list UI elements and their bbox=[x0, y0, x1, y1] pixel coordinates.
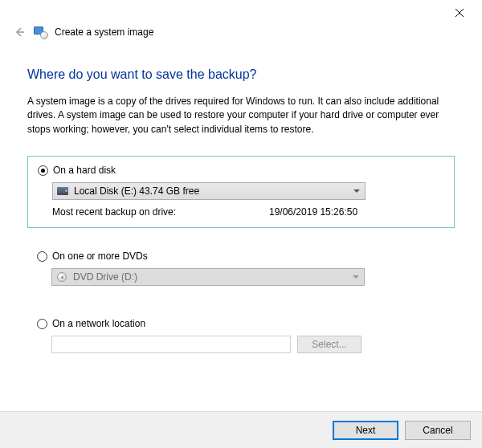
hdd-icon bbox=[56, 186, 69, 196]
dvd-selected: DVD Drive (D:) bbox=[73, 271, 137, 283]
radio-row-network[interactable]: On a network location bbox=[37, 318, 445, 329]
window-title: Create a system image bbox=[55, 26, 153, 38]
page-heading: Where do you want to save the backup? bbox=[27, 67, 455, 82]
recent-backup-value: 19/06/2019 15:26:50 bbox=[269, 206, 357, 218]
radio-network[interactable] bbox=[37, 319, 47, 329]
radio-row-dvd[interactable]: On one or more DVDs bbox=[37, 250, 445, 262]
header-row: Create a system image bbox=[0, 24, 482, 45]
dvd-dropdown: DVD Drive (D:) bbox=[51, 268, 365, 286]
network-path-input bbox=[51, 336, 291, 353]
option-hard-disk: On a hard disk Local Disk (E:) 43.74 GB … bbox=[27, 156, 455, 228]
content-area: Where do you want to save the backup? A … bbox=[0, 45, 482, 363]
radio-label-network: On a network location bbox=[52, 318, 145, 329]
system-image-icon bbox=[34, 25, 48, 39]
cancel-button[interactable]: Cancel bbox=[405, 421, 471, 440]
radio-row-hard-disk[interactable]: On a hard disk bbox=[38, 165, 444, 176]
network-row: Select... bbox=[51, 336, 445, 353]
footer: Next Cancel bbox=[0, 411, 482, 448]
next-button[interactable]: Next bbox=[333, 421, 398, 440]
close-icon bbox=[455, 9, 464, 17]
hard-disk-selected: Local Disk (E:) 43.74 GB free bbox=[74, 185, 199, 197]
radio-label-dvd: On one or more DVDs bbox=[52, 250, 148, 262]
titlebar bbox=[0, 0, 482, 24]
close-button[interactable] bbox=[443, 3, 476, 22]
dvd-icon bbox=[55, 272, 68, 282]
recent-backup-row: Most recent backup on drive: 19/06/2019 … bbox=[52, 206, 444, 218]
back-arrow-icon bbox=[13, 26, 26, 39]
chevron-down-icon bbox=[353, 189, 360, 193]
radio-hard-disk[interactable] bbox=[38, 165, 48, 176]
back-button[interactable] bbox=[11, 24, 27, 40]
hard-disk-dropdown[interactable]: Local Disk (E:) 43.74 GB free bbox=[52, 182, 366, 200]
option-network: On a network location Select... bbox=[27, 310, 455, 363]
recent-backup-label: Most recent backup on drive: bbox=[52, 206, 269, 218]
option-dvd: On one or more DVDs DVD Drive (D:) bbox=[27, 242, 455, 295]
radio-label-hard-disk: On a hard disk bbox=[53, 165, 116, 176]
radio-dvd[interactable] bbox=[37, 251, 47, 262]
page-description: A system image is a copy of the drives r… bbox=[27, 95, 455, 136]
select-network-button: Select... bbox=[297, 336, 362, 353]
chevron-down-icon bbox=[353, 275, 359, 279]
